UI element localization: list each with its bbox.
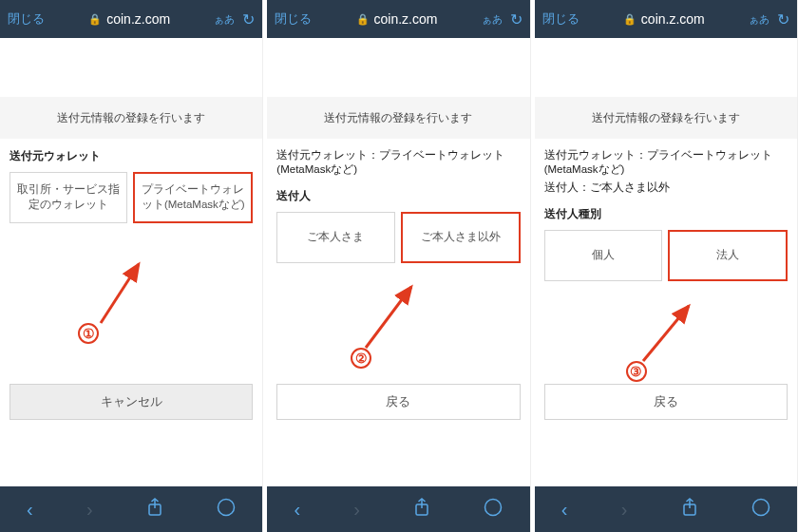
annotation-3: ③	[626, 361, 647, 382]
sender-info: 送付人：ご本人さま以外	[535, 179, 797, 197]
close-button[interactable]: 閉じる	[8, 10, 45, 28]
browser-toolbar: ‹ ›	[535, 486, 797, 532]
lock-icon: 🔒	[88, 13, 102, 26]
banner-text: 送付元情報の登録を行います	[267, 97, 529, 139]
wallet-info: 送付元ウォレット：プライベートウォレット(MetaMaskなど)	[267, 139, 529, 179]
address-bar: 閉じる 🔒 coin.z.com ぁあ ↻	[535, 0, 797, 38]
back-icon[interactable]: ‹	[561, 499, 568, 521]
cancel-button[interactable]: キャンセル	[10, 384, 253, 420]
option-exchange-wallet[interactable]: 取引所・サービス指定のウォレット	[10, 172, 127, 223]
close-button[interactable]: 閉じる	[542, 10, 580, 28]
wallet-label: 送付元ウォレット	[0, 139, 262, 170]
svg-line-8	[643, 306, 689, 361]
safari-icon[interactable]	[484, 498, 503, 522]
annotation-1: ①	[78, 323, 99, 344]
share-icon[interactable]	[681, 498, 698, 522]
address-bar: 閉じる 🔒 coin.z.com ぁあ ↻	[0, 0, 262, 38]
reload-icon[interactable]: ↻	[510, 10, 522, 28]
sender-label: 送付人	[267, 179, 529, 210]
text-size-button[interactable]: ぁあ	[214, 12, 235, 27]
safari-icon[interactable]	[751, 498, 770, 522]
url-text: coin.z.com	[106, 11, 170, 27]
back-icon[interactable]: ‹	[294, 499, 300, 521]
lock-icon: 🔒	[623, 13, 636, 26]
browser-toolbar: ‹ ›	[0, 486, 262, 532]
option-private-wallet[interactable]: プライベートウォレット(MetaMaskなど)	[133, 172, 253, 223]
browser-toolbar: ‹ ›	[267, 486, 529, 532]
annotation-arrow	[636, 298, 702, 369]
url-text: coin.z.com	[374, 11, 438, 27]
text-size-button[interactable]: ぁあ	[482, 12, 503, 27]
reload-icon[interactable]: ↻	[242, 10, 255, 28]
annotation-arrow	[93, 255, 150, 331]
banner-text: 送付元情報の登録を行います	[535, 97, 797, 139]
forward-icon[interactable]: ›	[353, 499, 360, 521]
option-other[interactable]: ご本人さま以外	[401, 212, 521, 263]
svg-line-0	[101, 264, 139, 323]
svg-point-7	[485, 499, 502, 515]
forward-icon[interactable]: ›	[86, 499, 93, 521]
screen-1: 閉じる 🔒 coin.z.com ぁあ ↻ 送付元情報の登録を行います 送付元ウ…	[0, 0, 263, 532]
annotation-2: ②	[351, 348, 371, 369]
close-button[interactable]: 閉じる	[275, 10, 312, 28]
share-icon[interactable]	[413, 498, 430, 522]
lock-icon: 🔒	[356, 13, 370, 26]
reload-icon[interactable]: ↻	[777, 10, 789, 28]
safari-icon[interactable]	[217, 498, 236, 522]
annotation-arrow	[358, 279, 425, 355]
svg-point-3	[218, 499, 235, 515]
url-text: coin.z.com	[641, 11, 705, 27]
option-self[interactable]: ご本人さま	[276, 212, 394, 263]
forward-icon[interactable]: ›	[621, 499, 628, 521]
back-button[interactable]: 戻る	[544, 384, 788, 420]
back-icon[interactable]: ‹	[27, 499, 33, 521]
svg-point-11	[752, 499, 769, 515]
banner-text: 送付元情報の登録を行います	[0, 97, 262, 139]
screen-3: 閉じる 🔒 coin.z.com ぁあ ↻ 送付元情報の登録を行います 送付元ウ…	[535, 0, 798, 532]
svg-line-4	[366, 287, 411, 348]
text-size-button[interactable]: ぁあ	[749, 12, 770, 27]
option-individual[interactable]: 個人	[544, 230, 662, 281]
wallet-info: 送付元ウォレット：プライベートウォレット(MetaMaskなど)	[535, 139, 797, 179]
sender-type-label: 送付人種別	[535, 197, 797, 228]
screen-2: 閉じる 🔒 coin.z.com ぁあ ↻ 送付元情報の登録を行います 送付元ウ…	[267, 0, 530, 532]
share-icon[interactable]	[146, 498, 163, 522]
back-button[interactable]: 戻る	[276, 384, 520, 420]
address-bar: 閉じる 🔒 coin.z.com ぁあ ↻	[267, 0, 529, 38]
option-corporate[interactable]: 法人	[668, 230, 788, 281]
